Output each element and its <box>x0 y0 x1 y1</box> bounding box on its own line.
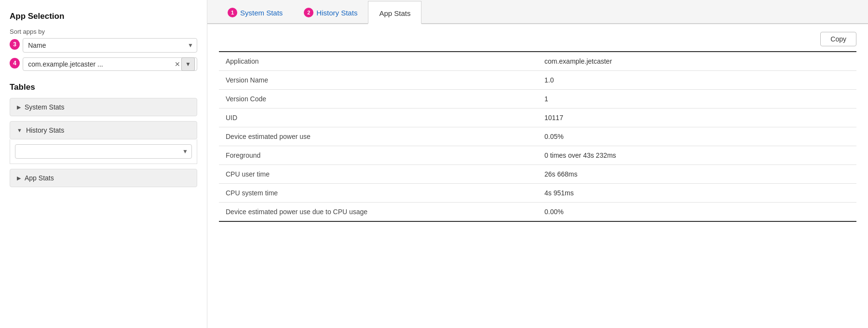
table-row: Foreground0 times over 43s 232ms <box>219 146 856 165</box>
stat-key: UID <box>219 109 538 127</box>
app-select-dropdown-button[interactable]: ▼ <box>181 57 195 71</box>
app-select-badge: 4 <box>10 58 20 68</box>
table-group-label-history-stats: History Stats <box>26 126 64 134</box>
tab-history-stats-label: History Stats <box>316 9 357 17</box>
table-row: Version Name1.0 <box>219 71 856 90</box>
app-select-text: com.example.jetcaster ... <box>28 60 173 68</box>
stat-key: Foreground <box>219 146 538 165</box>
sidebar: App Selection Sort apps by 3 Name Packag… <box>0 0 207 328</box>
chevron-app-stats-icon: ▶ <box>17 175 21 181</box>
table-group-header-system-stats[interactable]: ▶ System Stats <box>10 98 197 116</box>
stat-value: 0.00% <box>538 203 856 222</box>
stat-value: 1 <box>538 90 856 109</box>
copy-button[interactable]: Copy <box>820 32 856 46</box>
tab-app-stats[interactable]: App Stats <box>368 1 421 24</box>
stat-key: Device estimated power use due to CPU us… <box>219 203 538 222</box>
table-group-app-stats: ▶ App Stats <box>10 169 197 187</box>
table-group-history-stats: ▼ History Stats ▼ <box>10 121 197 164</box>
table-row: CPU system time4s 951ms <box>219 184 856 203</box>
sort-badge: 3 <box>10 39 20 50</box>
stat-value: 0 times over 43s 232ms <box>538 146 856 165</box>
stat-value: 4s 951ms <box>538 184 856 203</box>
sort-label: Sort apps by <box>10 28 197 35</box>
main-content: 1 System Stats 2 History Stats App Stats… <box>207 0 868 328</box>
app-selection-title: App Selection <box>10 12 197 21</box>
table-row: Device estimated power use due to CPU us… <box>219 203 856 222</box>
stats-table: Applicationcom.example.jetcasterVersion … <box>219 51 856 222</box>
table-row: CPU user time26s 668ms <box>219 165 856 184</box>
stat-value: 26s 668ms <box>538 165 856 184</box>
stat-key: Version Code <box>219 90 538 109</box>
history-stats-inner-select[interactable] <box>15 144 192 159</box>
content-area: Copy Applicationcom.example.jetcasterVer… <box>207 24 868 328</box>
table-group-header-app-stats[interactable]: ▶ App Stats <box>10 169 197 187</box>
table-group-label-app-stats: App Stats <box>25 174 54 182</box>
sort-select[interactable]: Name Package UID <box>23 38 197 53</box>
table-group-body-history-stats: ▼ <box>10 139 197 164</box>
stat-value: com.example.jetcaster <box>538 52 856 71</box>
tab-history-stats[interactable]: 2 History Stats <box>293 0 368 24</box>
stat-value: 10117 <box>538 109 856 127</box>
history-stats-inner-select-wrapper: ▼ <box>15 144 192 159</box>
app-clear-button[interactable]: ✕ <box>173 61 182 68</box>
tab-history-stats-badge: 2 <box>304 8 313 17</box>
stat-key: Application <box>219 52 538 71</box>
stat-value: 0.05% <box>538 127 856 146</box>
table-row: UID10117 <box>219 109 856 127</box>
tab-system-stats-label: System Stats <box>240 9 283 17</box>
table-row: Device estimated power use0.05% <box>219 127 856 146</box>
table-row: Version Code1 <box>219 90 856 109</box>
app-select-wrapper[interactable]: com.example.jetcaster ... ✕ ▼ <box>23 57 197 71</box>
tab-app-stats-label: App Stats <box>379 9 410 17</box>
table-row: Applicationcom.example.jetcaster <box>219 52 856 71</box>
stat-key: CPU system time <box>219 184 538 203</box>
stat-value: 1.0 <box>538 71 856 90</box>
chevron-history-stats-icon: ▼ <box>17 127 22 133</box>
tables-title: Tables <box>10 82 197 92</box>
table-group-label-system-stats: System Stats <box>25 103 64 111</box>
chevron-system-stats-icon: ▶ <box>17 104 21 110</box>
table-group-header-history-stats[interactable]: ▼ History Stats <box>10 121 197 139</box>
tabs-bar: 1 System Stats 2 History Stats App Stats <box>207 0 868 24</box>
sort-select-wrapper: Name Package UID ▼ <box>23 38 197 53</box>
tab-system-stats-badge: 1 <box>228 8 237 17</box>
stat-key: Version Name <box>219 71 538 90</box>
tab-system-stats[interactable]: 1 System Stats <box>217 0 293 24</box>
table-group-system-stats: ▶ System Stats <box>10 98 197 116</box>
stat-key: Device estimated power use <box>219 127 538 146</box>
stat-key: CPU user time <box>219 165 538 184</box>
copy-row: Copy <box>219 32 856 46</box>
